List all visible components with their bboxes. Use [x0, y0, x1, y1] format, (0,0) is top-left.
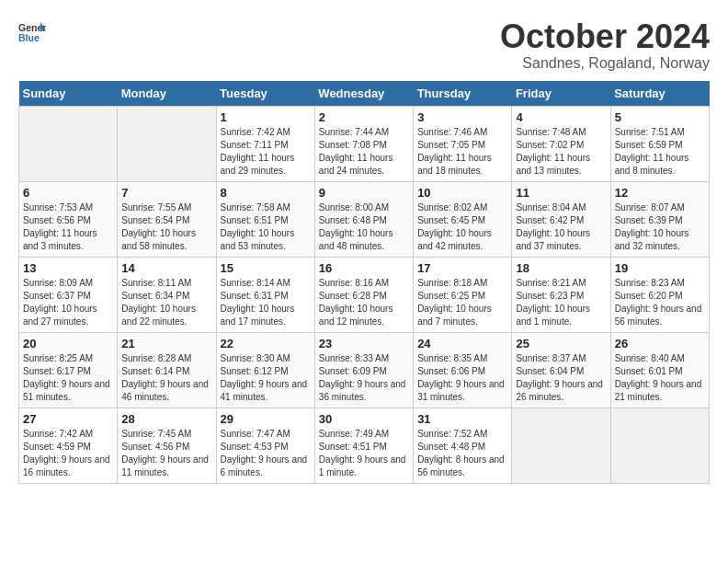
day-number: 11 [516, 186, 606, 200]
day-number: 7 [121, 186, 211, 200]
day-number: 26 [615, 337, 705, 350]
day-info: Sunrise: 8:04 AM Sunset: 6:42 PM Dayligh… [516, 201, 606, 253]
week-row-5: 27Sunrise: 7:42 AM Sunset: 4:59 PM Dayli… [19, 408, 710, 483]
calendar-cell: 15Sunrise: 8:14 AM Sunset: 6:31 PM Dayli… [216, 257, 314, 332]
day-number: 1 [221, 110, 311, 124]
day-number: 13 [23, 261, 113, 275]
header-monday: Monday [118, 81, 216, 107]
day-number: 19 [615, 261, 705, 275]
day-info: Sunrise: 8:09 AM Sunset: 6:37 PM Dayligh… [23, 277, 113, 328]
calendar-cell: 17Sunrise: 8:18 AM Sunset: 6:25 PM Dayli… [414, 257, 512, 332]
day-info: Sunrise: 7:45 AM Sunset: 4:56 PM Dayligh… [121, 428, 211, 479]
day-number: 2 [319, 110, 409, 124]
day-info: Sunrise: 8:37 AM Sunset: 6:04 PM Dayligh… [516, 352, 606, 404]
calendar-cell: 26Sunrise: 8:40 AM Sunset: 6:01 PM Dayli… [610, 332, 709, 408]
day-info: Sunrise: 8:25 AM Sunset: 6:17 PM Dayligh… [23, 352, 113, 404]
calendar-cell: 8Sunrise: 7:58 AM Sunset: 6:51 PM Daylig… [216, 181, 314, 257]
day-info: Sunrise: 8:33 AM Sunset: 6:09 PM Dayligh… [319, 352, 409, 404]
calendar-cell: 9Sunrise: 8:00 AM Sunset: 6:48 PM Daylig… [314, 181, 413, 257]
day-number: 25 [516, 337, 606, 350]
calendar-header-row: SundayMondayTuesdayWednesdayThursdayFrid… [19, 81, 710, 107]
week-row-2: 6Sunrise: 7:53 AM Sunset: 6:56 PM Daylig… [19, 181, 710, 257]
calendar-cell: 24Sunrise: 8:35 AM Sunset: 6:06 PM Dayli… [414, 332, 512, 408]
calendar-cell: 28Sunrise: 7:45 AM Sunset: 4:56 PM Dayli… [118, 408, 216, 483]
day-number: 23 [319, 337, 409, 350]
calendar-cell: 21Sunrise: 8:28 AM Sunset: 6:14 PM Dayli… [118, 332, 216, 408]
calendar-cell: 13Sunrise: 8:09 AM Sunset: 6:37 PM Dayli… [19, 257, 118, 332]
day-number: 21 [121, 337, 211, 350]
day-number: 31 [417, 412, 507, 426]
day-info: Sunrise: 8:18 AM Sunset: 6:25 PM Dayligh… [417, 277, 507, 328]
day-number: 6 [23, 186, 113, 200]
day-number: 14 [121, 261, 211, 275]
logo-icon: General Blue [18, 18, 46, 46]
day-info: Sunrise: 8:11 AM Sunset: 6:34 PM Dayligh… [121, 277, 211, 328]
day-info: Sunrise: 8:14 AM Sunset: 6:31 PM Dayligh… [221, 277, 311, 328]
week-row-1: 1Sunrise: 7:42 AM Sunset: 7:11 PM Daylig… [19, 106, 710, 181]
calendar-cell: 27Sunrise: 7:42 AM Sunset: 4:59 PM Dayli… [19, 408, 118, 483]
title-block: October 2024 Sandnes, Rogaland, Norway [500, 18, 710, 72]
calendar-cell: 25Sunrise: 8:37 AM Sunset: 6:04 PM Dayli… [512, 332, 610, 408]
header-saturday: Saturday [610, 81, 709, 107]
day-number: 4 [516, 110, 606, 124]
day-info: Sunrise: 7:53 AM Sunset: 6:56 PM Dayligh… [23, 201, 113, 253]
calendar-cell: 23Sunrise: 8:33 AM Sunset: 6:09 PM Dayli… [314, 332, 413, 408]
calendar-cell [19, 106, 118, 181]
day-number: 5 [615, 110, 705, 124]
day-info: Sunrise: 8:28 AM Sunset: 6:14 PM Dayligh… [121, 352, 211, 404]
calendar-cell: 5Sunrise: 7:51 AM Sunset: 6:59 PM Daylig… [610, 106, 709, 181]
day-info: Sunrise: 8:40 AM Sunset: 6:01 PM Dayligh… [615, 352, 705, 404]
day-info: Sunrise: 8:16 AM Sunset: 6:28 PM Dayligh… [319, 277, 409, 328]
day-info: Sunrise: 8:35 AM Sunset: 6:06 PM Dayligh… [417, 352, 507, 404]
header-sunday: Sunday [19, 81, 118, 107]
calendar-cell: 11Sunrise: 8:04 AM Sunset: 6:42 PM Dayli… [512, 181, 610, 257]
svg-text:Blue: Blue [18, 32, 40, 43]
day-info: Sunrise: 8:23 AM Sunset: 6:20 PM Dayligh… [615, 277, 705, 328]
subtitle: Sandnes, Rogaland, Norway [500, 55, 710, 72]
day-info: Sunrise: 7:46 AM Sunset: 7:05 PM Dayligh… [417, 126, 507, 178]
day-number: 27 [23, 412, 113, 426]
header-friday: Friday [512, 81, 610, 107]
calendar-cell [512, 408, 610, 483]
calendar-cell: 7Sunrise: 7:55 AM Sunset: 6:54 PM Daylig… [118, 181, 216, 257]
day-number: 17 [417, 261, 507, 275]
calendar-cell [610, 408, 709, 483]
day-info: Sunrise: 8:00 AM Sunset: 6:48 PM Dayligh… [319, 201, 409, 253]
day-number: 8 [221, 186, 311, 200]
day-info: Sunrise: 7:49 AM Sunset: 4:51 PM Dayligh… [319, 428, 409, 479]
logo: General Blue [18, 18, 46, 46]
calendar-cell: 20Sunrise: 8:25 AM Sunset: 6:17 PM Dayli… [19, 332, 118, 408]
calendar-cell: 10Sunrise: 8:02 AM Sunset: 6:45 PM Dayli… [414, 181, 512, 257]
day-info: Sunrise: 7:52 AM Sunset: 4:48 PM Dayligh… [417, 428, 507, 479]
day-number: 3 [417, 110, 507, 124]
calendar-cell: 4Sunrise: 7:48 AM Sunset: 7:02 PM Daylig… [512, 106, 610, 181]
calendar-cell: 22Sunrise: 8:30 AM Sunset: 6:12 PM Dayli… [216, 332, 314, 408]
calendar-cell: 18Sunrise: 8:21 AM Sunset: 6:23 PM Dayli… [512, 257, 610, 332]
calendar-cell: 19Sunrise: 8:23 AM Sunset: 6:20 PM Dayli… [610, 257, 709, 332]
calendar-cell: 6Sunrise: 7:53 AM Sunset: 6:56 PM Daylig… [19, 181, 118, 257]
calendar-cell: 16Sunrise: 8:16 AM Sunset: 6:28 PM Dayli… [314, 257, 413, 332]
day-info: Sunrise: 8:21 AM Sunset: 6:23 PM Dayligh… [516, 277, 606, 328]
main-title: October 2024 [500, 18, 710, 55]
day-number: 16 [319, 261, 409, 275]
day-number: 10 [417, 186, 507, 200]
calendar-cell: 30Sunrise: 7:49 AM Sunset: 4:51 PM Dayli… [314, 408, 413, 483]
day-number: 28 [121, 412, 211, 426]
day-info: Sunrise: 7:51 AM Sunset: 6:59 PM Dayligh… [615, 126, 705, 178]
day-number: 15 [221, 261, 311, 275]
calendar-cell [118, 106, 216, 181]
header-wednesday: Wednesday [314, 81, 413, 107]
header-tuesday: Tuesday [216, 81, 314, 107]
day-number: 24 [417, 337, 507, 350]
day-info: Sunrise: 7:48 AM Sunset: 7:02 PM Dayligh… [516, 126, 606, 178]
week-row-4: 20Sunrise: 8:25 AM Sunset: 6:17 PM Dayli… [19, 332, 710, 408]
calendar-cell: 1Sunrise: 7:42 AM Sunset: 7:11 PM Daylig… [216, 106, 314, 181]
day-info: Sunrise: 8:02 AM Sunset: 6:45 PM Dayligh… [417, 201, 507, 253]
day-number: 29 [221, 412, 311, 426]
day-number: 22 [221, 337, 311, 350]
day-number: 12 [615, 186, 705, 200]
calendar-cell: 12Sunrise: 8:07 AM Sunset: 6:39 PM Dayli… [610, 181, 709, 257]
calendar-table: SundayMondayTuesdayWednesdayThursdayFrid… [18, 81, 710, 484]
week-row-3: 13Sunrise: 8:09 AM Sunset: 6:37 PM Dayli… [19, 257, 710, 332]
day-number: 9 [319, 186, 409, 200]
